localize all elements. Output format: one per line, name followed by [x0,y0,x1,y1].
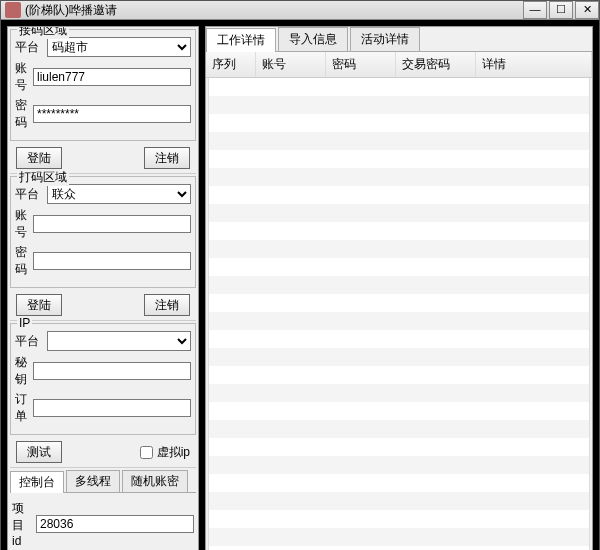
left-panel: 接码区域 平台 码超市 账号 密码 登陆 注销 [7,26,199,550]
ip-platform-label: 平台 [15,333,43,350]
coder-account-label: 账号 [15,207,29,241]
coder-platform-select[interactable]: 联众 [47,184,191,204]
tab-thread[interactable]: 多线程 [66,470,120,492]
tab-random[interactable]: 随机账密 [122,470,188,492]
console-panel: 项目id 邀请码 注册密码 交易密码 [8,493,198,550]
coder-title: 打码区域 [17,169,69,186]
ip-test-button[interactable]: 测试 [16,441,62,463]
minimize-button[interactable]: — [523,1,547,19]
ip-platform-select[interactable] [47,331,191,351]
content-area: 接码区域 平台 码超市 账号 密码 登陆 注销 [1,20,599,550]
divider [10,467,196,468]
receiver-group: 接码区域 平台 码超市 账号 密码 [10,29,196,141]
receiver-logout-button[interactable]: 注销 [144,147,190,169]
table-header: 序列 账号 密码 交易密码 详情 [206,52,592,78]
tab-activity-detail[interactable]: 活动详情 [350,27,420,51]
close-button[interactable]: ✕ [575,1,599,19]
coder-logout-button[interactable]: 注销 [144,294,190,316]
coder-password-input[interactable] [33,252,191,270]
virtual-ip-label: 虚拟ip [157,444,190,461]
right-panel: 工作详情 导入信息 活动详情 序列 账号 密码 交易密码 详情 [205,26,593,550]
ip-key-label: 秘钥 [15,354,29,388]
ip-title: IP [17,316,32,330]
th-account[interactable]: 账号 [256,52,326,77]
right-tabs: 工作详情 导入信息 活动详情 [206,27,592,52]
tab-console[interactable]: 控制台 [10,471,64,493]
coder-password-label: 密码 [15,244,29,278]
tab-work-detail[interactable]: 工作详情 [206,28,276,52]
receiver-account-input[interactable] [33,68,191,86]
table-body[interactable] [208,78,590,550]
coder-group: 打码区域 平台 联众 账号 密码 [10,176,196,288]
coder-platform-label: 平台 [15,186,43,203]
ip-order-input[interactable] [33,399,191,417]
bottom-tabs: 控制台 多线程 随机账密 [10,470,196,493]
virtual-ip-checkbox[interactable] [140,446,153,459]
coder-account-input[interactable] [33,215,191,233]
maximize-button[interactable]: ☐ [549,1,573,19]
th-trade-pwd[interactable]: 交易密码 [396,52,476,77]
th-detail[interactable]: 详情 [476,52,592,77]
tab-import-info[interactable]: 导入信息 [278,27,348,51]
coder-login-button[interactable]: 登陆 [16,294,62,316]
project-id-input[interactable] [36,515,194,533]
th-seq[interactable]: 序列 [206,52,256,77]
receiver-platform-label: 平台 [15,39,43,56]
ip-key-input[interactable] [33,362,191,380]
app-icon [5,2,21,18]
receiver-account-label: 账号 [15,60,29,94]
ip-order-label: 订单 [15,391,29,425]
titlebar[interactable]: (阶梯队)哗播邀请 — ☐ ✕ [1,1,599,20]
receiver-password-input[interactable] [33,105,191,123]
receiver-platform-select[interactable]: 码超市 [47,37,191,57]
receiver-password-label: 密码 [15,97,29,131]
receiver-title: 接码区域 [17,26,69,39]
app-window: (阶梯队)哗播邀请 — ☐ ✕ 接码区域 平台 码超市 账号 密码 [0,0,600,550]
window-title: (阶梯队)哗播邀请 [25,2,521,19]
divider [10,320,196,321]
project-id-label: 项目id [12,500,32,548]
receiver-login-button[interactable]: 登陆 [16,147,62,169]
ip-group: IP 平台 秘钥 订单 [10,323,196,435]
th-password[interactable]: 密码 [326,52,396,77]
